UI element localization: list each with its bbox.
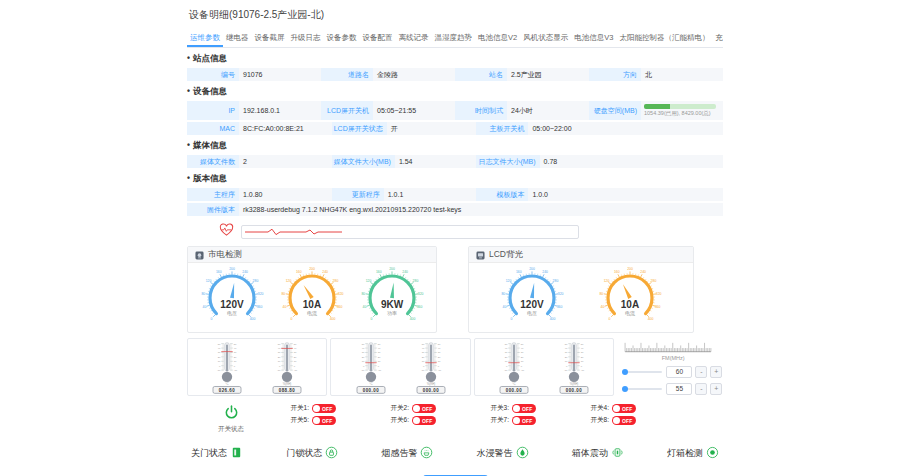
svg-text:°C: °C [369,382,372,386]
tab-8[interactable]: 电池信息V2 [475,33,520,47]
slider-handle[interactable] [622,369,628,375]
section-title-3: •版本信息 [187,173,723,185]
svg-text:40: 40 [565,347,568,350]
tab-12[interactable]: 充电机 [712,33,723,47]
svg-text:50: 50 [437,343,440,346]
tab-11[interactable]: 太阳能控制器（汇能精电） [616,33,712,47]
svg-text:088.80: 088.80 [279,388,296,393]
switch-line: 开关1:OFF [275,404,375,413]
svg-text:40: 40 [437,347,440,350]
svg-text:30: 30 [437,351,440,354]
switch-line: 开关2:OFF [375,404,475,413]
field-label: 站名 [455,68,507,81]
slider-value-input[interactable]: 60 [666,366,692,378]
slider-track[interactable] [624,371,662,373]
toggle-state: OFF [322,418,333,424]
svg-text:%(RH): %(RH) [283,382,292,386]
svg-text:120: 120 [604,279,610,283]
tab-7[interactable]: 温湿度趋势 [432,33,476,47]
svg-text:0: 0 [423,365,425,368]
increment-button[interactable]: + [710,366,722,378]
thermometer-panel-1: 5050404030302020101000-10-10°C000.005050… [330,338,470,396]
decrement-button[interactable]: - [695,383,707,395]
tab-3[interactable]: 升级日志 [288,33,324,47]
svg-text:50: 50 [565,343,568,346]
field-label: 模板版本 [476,188,528,201]
disk-usage-text: 1054.39(已用), 8429.00(总) [644,110,720,117]
tab-6[interactable]: 离线记录 [396,33,432,47]
toggle-state: OFF [522,406,533,412]
tab-5[interactable]: 设备配置 [360,33,396,47]
switch-toggle[interactable]: OFF [412,404,436,413]
tab-4[interactable]: 设备参数 [324,33,360,47]
svg-text:10: 10 [377,360,380,363]
backlight-icon [476,246,485,264]
info-row: MAC8C:FC:A0:00:8E:21LCD屏开关状态开主板开关机05:00~… [187,122,723,135]
gauge-card-header: LCD背光 [469,247,693,263]
switch-panel: 开关状态开关1:OFF开关5:OFF开关2:OFF开关6:OFF开关3:OFF开… [187,404,723,434]
gauge-card-title: 市电检测 [208,249,242,261]
gauge-cards: 市电检测04080120160200240280320360400120V电压0… [187,246,723,333]
field-label: LCD屏开关状态 [332,122,387,135]
svg-text:360: 360 [655,305,661,309]
switch-toggle[interactable]: OFF [512,416,536,425]
svg-text:20: 20 [437,356,440,359]
svg-text:30: 30 [278,351,281,354]
page-title: 设备明细(91076-2.5产业园-北) [189,8,723,22]
slider-row-1: 55-+ [623,383,723,395]
switch-group-2: 开关3:OFF开关7:OFF [475,404,575,428]
bullet-icon: • [187,53,190,63]
svg-text:-10: -10 [294,369,298,372]
svg-text:-10: -10 [564,369,568,372]
svg-text:-10: -10 [277,369,281,372]
svg-text:120V: 120V [220,299,244,310]
slider-value-input[interactable]: 55 [666,383,692,395]
svg-text:-10: -10 [504,369,508,372]
tab-1[interactable]: 继电器 [223,33,252,47]
increment-button[interactable]: + [710,383,722,395]
switch-toggle[interactable]: OFF [612,416,636,425]
gauge-card-0: 市电检测04080120160200240280320360400120V电压0… [187,246,437,333]
svg-text:160: 160 [614,270,620,274]
field-label: LCD屏开关机 [321,101,373,120]
switch-line: 开关5:OFF [275,416,375,425]
field: 模板版本1.0.0 [476,188,723,201]
tab-0[interactable]: 运维参数 [187,33,223,47]
switch-toggle[interactable]: OFF [612,404,636,413]
svg-text:30: 30 [421,351,424,354]
switch-toggle[interactable]: OFF [312,416,336,425]
svg-text:0: 0 [371,317,373,321]
svg-text:280: 280 [253,279,259,283]
svg-text:电压: 电压 [527,310,537,316]
disk-usage: 1054.39(已用), 8429.00(总) [641,101,723,120]
section-title-text: 设备信息 [193,86,227,96]
field: 日志文件大小(MB)0.78 [476,155,723,168]
slider-track[interactable] [624,388,662,390]
gauge-电压: 04080120160200240280320360400120V电压 [194,265,270,331]
tab-9[interactable]: 风机状态显示 [520,33,571,47]
thermometer: 5050404030302020101000-10-10%(RH)088.80 [266,339,308,395]
svg-text:10: 10 [234,360,237,363]
svg-text:20: 20 [218,356,221,359]
switch-toggle[interactable]: OFF [412,416,436,425]
status-item-3: 水浸警告 [477,446,529,461]
svg-text:20: 20 [521,356,524,359]
svg-text:20: 20 [581,356,584,359]
toggle-knob [613,405,620,412]
tab-2[interactable]: 设备截屏 [252,33,288,47]
toggle-state: OFF [622,418,633,424]
field-value: 开 [387,122,477,135]
svg-text:40: 40 [521,347,524,350]
switch-toggle[interactable]: OFF [512,404,536,413]
svg-text:000.00: 000.00 [566,388,583,393]
svg-text:200: 200 [627,267,633,271]
lock-icon [322,446,338,461]
decrement-button[interactable]: - [695,366,707,378]
status-item-4: 箱体震动 [572,446,624,461]
field-label: 硬盘空间(MB) [589,101,641,120]
tab-10[interactable]: 电池信息V3 [571,33,616,47]
vibration-icon [608,446,624,461]
slider-handle[interactable] [622,386,628,392]
switch-toggle[interactable]: OFF [312,404,336,413]
svg-text:30: 30 [505,351,508,354]
